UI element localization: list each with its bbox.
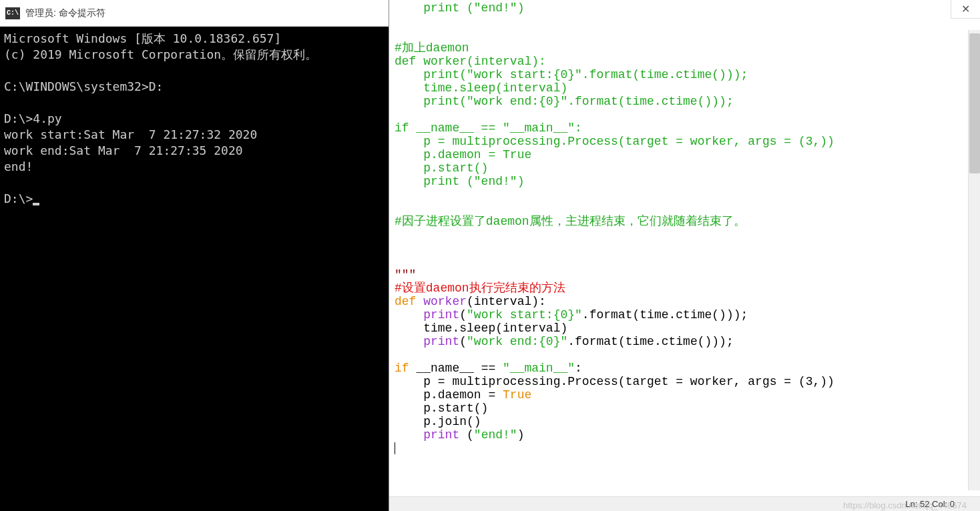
code-line: p = multiprocessing.Process(target = wor…	[395, 135, 834, 148]
code-line: p.join()	[395, 415, 481, 428]
code-comment: #加上daemon	[395, 41, 469, 55]
code-line: if __name__ == "__main__":	[395, 121, 582, 135]
terminal-line: (c) 2019 Microsoft Corporation。保留所有权利。	[4, 47, 317, 61]
terminal-panel: C:\ 管理员: 命令提示符 Microsoft Windows [版本 10.…	[0, 0, 389, 511]
code-line: print("work end:{0}".format(time.ctime()…	[395, 335, 734, 348]
code-line: time.sleep(interval)	[395, 322, 567, 335]
terminal-title-bar[interactable]: C:\ 管理员: 命令提示符	[0, 0, 389, 27]
terminal-line: end!	[4, 159, 33, 173]
code-line: print("work start:{0}".format(time.ctime…	[395, 68, 748, 81]
code-line: p.daemon = True	[395, 148, 531, 161]
code-line: p = multiprocessing.Process(target = wor…	[395, 375, 834, 388]
close-button[interactable]: ✕	[951, 0, 980, 19]
terminal-line: work start:Sat Mar 7 21:27:32 2020	[4, 127, 257, 141]
editor-cursor	[395, 442, 395, 454]
terminal-cursor	[33, 203, 39, 205]
code-line: time.sleep(interval)	[395, 81, 567, 95]
watermark: https://blog.csdn.net/qq_448674	[843, 500, 967, 510]
cmd-icon: C:\	[5, 7, 20, 19]
scrollbar[interactable]	[968, 30, 980, 490]
code-line: print ("end!")	[395, 175, 524, 188]
code-line: if __name__ == "__main__":	[395, 362, 582, 375]
terminal-line: Microsoft Windows [版本 10.0.18362.657]	[4, 31, 281, 45]
code-comment: #因子进程设置了daemon属性，主进程结束，它们就随着结束了。	[395, 215, 746, 228]
code-line: def worker(interval):	[395, 295, 546, 308]
editor-panel: ✕ print ("end!") #加上daemon def worker(in…	[389, 0, 980, 511]
terminal-line: work end:Sat Mar 7 21:27:35 2020	[4, 143, 243, 157]
code-line: print("work start:{0}".format(time.ctime…	[395, 308, 748, 322]
code-line: print("work end:{0}".format(time.ctime()…	[395, 95, 734, 108]
code-line: print ("end!")	[395, 1, 524, 15]
code-line: def worker(interval):	[395, 55, 546, 68]
terminal-title: 管理员: 命令提示符	[25, 7, 105, 19]
terminal-line: D:\>4.py	[4, 111, 62, 125]
code-line: p.start()	[395, 402, 488, 415]
terminal-output[interactable]: Microsoft Windows [版本 10.0.18362.657] (c…	[0, 27, 389, 511]
code-line: p.start()	[395, 161, 488, 175]
code-editor[interactable]: print ("end!") #加上daemon def worker(inte…	[389, 0, 980, 496]
code-line: p.daemon = True	[395, 388, 531, 402]
code-comment: #设置daemon执行完结束的方法	[395, 282, 565, 295]
scrollbar-thumb[interactable]	[969, 33, 980, 173]
code-line: print ("end!")	[395, 428, 524, 442]
terminal-line: C:\WINDOWS\system32>D:	[4, 79, 163, 93]
code-docstring: """	[395, 268, 416, 282]
terminal-prompt: D:\>	[4, 191, 33, 205]
